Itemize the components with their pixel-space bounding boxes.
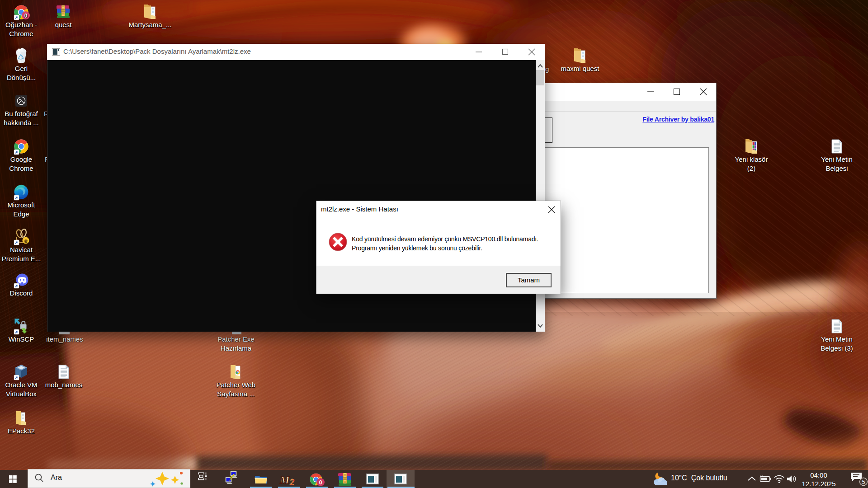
svg-text:2: 2 bbox=[289, 477, 294, 485]
svg-text:M: M bbox=[279, 474, 290, 485]
svg-text:5: 5 bbox=[862, 479, 865, 485]
svg-text:0: 0 bbox=[24, 13, 28, 19]
svg-text:e: e bbox=[24, 238, 27, 243]
svg-text:0: 0 bbox=[319, 479, 322, 486]
